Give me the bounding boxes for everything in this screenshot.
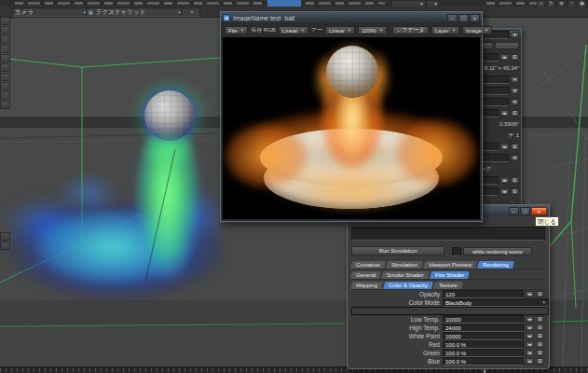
minislider-icon[interactable]: ◂▸ xyxy=(526,291,534,297)
disc-surface-glow xyxy=(307,134,400,162)
viewport-options-dropdown[interactable]: ▼ xyxy=(181,7,200,17)
image-viewer-title: ImageName test_ball xyxy=(233,15,446,21)
left-tool-button[interactable] xyxy=(0,35,10,44)
tab-rendering[interactable]: Rendering xyxy=(477,261,514,269)
tab-viewport-preview[interactable]: Viewport Preview xyxy=(423,261,477,269)
minislider-icon[interactable]: ◂▸ xyxy=(500,54,509,61)
envelope-icon[interactable]: E xyxy=(536,325,544,331)
chevron-down-icon: ▼ xyxy=(379,28,383,33)
minislider-icon[interactable]: ◂▸ xyxy=(526,358,534,365)
envelope-icon[interactable]: E xyxy=(536,333,544,339)
color-mode-dropdown[interactable]: BlackBody▼ xyxy=(443,298,549,307)
minimize-button[interactable]: – xyxy=(447,14,458,22)
left-tool-button[interactable] xyxy=(0,91,10,100)
while-rendering-button[interactable]: while rendering scene xyxy=(463,247,532,256)
opacity-field[interactable]: 120 xyxy=(443,290,524,298)
rendered-image[interactable] xyxy=(223,37,480,219)
envelope-icon[interactable]: E xyxy=(511,188,519,195)
chevron-down-icon[interactable]: ▼ xyxy=(511,32,519,38)
blue-label: Blue xyxy=(351,358,443,365)
tab-mapping[interactable]: Mapping xyxy=(350,282,383,289)
left-tool-button[interactable] xyxy=(0,17,10,25)
tab-fire-shader[interactable]: Fire Shader xyxy=(430,271,470,279)
maximize-button[interactable]: □ xyxy=(458,14,469,22)
tab-color-opacity[interactable]: Color & Opacity xyxy=(383,282,433,289)
blue-field[interactable]: 100.0 % xyxy=(443,357,524,366)
setting-row-high-temp: High Temp. 24000 ◂▸ E xyxy=(351,324,549,332)
envelope-icon[interactable]: E xyxy=(536,316,544,323)
left-tool-button[interactable] xyxy=(0,101,10,109)
tab-smoke-shader[interactable]: Smoke Shader xyxy=(381,271,430,279)
left-tool-button[interactable] xyxy=(0,232,10,241)
menu-items-blur xyxy=(306,2,385,5)
tab-texture[interactable]: Texture xyxy=(433,282,463,289)
minislider-icon[interactable]: ◂▸ xyxy=(526,350,534,356)
layer-dropdown[interactable]: Layer▼ xyxy=(431,26,459,35)
envelope-icon[interactable]: E xyxy=(536,358,544,365)
white-point-field[interactable]: 10000 xyxy=(443,332,524,340)
left-tool-button[interactable] xyxy=(0,73,10,81)
chevron-down-icon: ▼ xyxy=(452,28,456,33)
zoom-dropdown[interactable]: 100%▼ xyxy=(358,26,387,35)
left-tool-button[interactable] xyxy=(0,26,10,35)
maximize-button[interactable]: □ xyxy=(520,207,530,215)
tab-container[interactable]: Container xyxy=(350,261,386,269)
high-temp-field[interactable]: 24000 xyxy=(443,324,524,332)
image-dropdown[interactable]: Image▼ xyxy=(462,26,492,35)
fire-shader-settings: Opacity 120 ◂▸ E Color Mode BlackBody▼ L… xyxy=(351,290,549,366)
envelope-icon[interactable]: E xyxy=(536,350,544,356)
colorspace-dropdown[interactable]: Linear▼ xyxy=(279,26,308,35)
envelope-icon[interactable]: E xyxy=(511,177,519,184)
minimize-button[interactable]: – xyxy=(509,207,519,215)
left-tool-button[interactable] xyxy=(0,63,10,72)
chevron-down-icon[interactable]: ▼ xyxy=(511,88,519,94)
camera-select[interactable]: カメラ ▼ xyxy=(12,7,89,17)
shading-mode-select[interactable]: ▦ テクスチャリッド ▼ xyxy=(86,7,185,17)
envelope-icon[interactable]: E xyxy=(511,144,519,150)
chevron-down-icon[interactable]: ▼ xyxy=(511,99,519,105)
tab-simulation[interactable]: Simulation xyxy=(386,261,423,269)
item-list-box[interactable] xyxy=(351,227,545,241)
minislider-icon[interactable]: ◂▸ xyxy=(526,341,534,348)
envelope-icon[interactable]: E xyxy=(536,291,544,297)
chevron-down-icon[interactable]: ▼ xyxy=(511,155,519,161)
minislider-icon[interactable]: ◂▸ xyxy=(526,316,534,323)
blackbody-gradient[interactable] xyxy=(351,307,549,315)
minislider-icon[interactable]: ◂▸ xyxy=(500,177,509,184)
chevron-down-icon[interactable]: ▼ xyxy=(511,76,519,83)
left-tool-button[interactable] xyxy=(0,82,10,90)
panel-button[interactable] xyxy=(495,42,519,49)
while-rendering-checkbox[interactable] xyxy=(452,247,461,256)
minislider-icon[interactable]: ◂▸ xyxy=(526,325,534,331)
display-colorspace-dropdown[interactable]: Linear▼ xyxy=(325,26,355,35)
tab-general[interactable]: General xyxy=(350,271,381,279)
minislider-icon[interactable]: ◂▸ xyxy=(500,188,509,195)
minislider-icon[interactable]: ◂▸ xyxy=(500,110,509,117)
minislider-icon[interactable]: ◂▸ xyxy=(500,144,509,150)
run-simulation-button[interactable]: Run Simulation xyxy=(351,246,444,256)
green-field[interactable]: 100.0 % xyxy=(443,349,524,357)
setting-row-red: Red 100.0 % ◂▸ E xyxy=(351,340,549,349)
pixel-aspect-value: 0.5906° xyxy=(499,121,519,127)
menu-item-active[interactable] xyxy=(267,0,301,7)
close-button[interactable]: × xyxy=(531,207,547,215)
image-viewer-window: ▦ ImageName test_ball – □ × File▼ 保存 RGB… xyxy=(220,11,483,222)
disc-surface-shadow xyxy=(288,138,418,173)
left-tool-button[interactable] xyxy=(0,54,10,62)
envelope-icon[interactable]: E xyxy=(511,110,519,117)
file-menu-button[interactable]: File▼ xyxy=(225,26,248,35)
minislider-icon[interactable]: ◂▸ xyxy=(526,333,534,339)
image-viewer-titlebar[interactable]: ▦ ImageName test_ball – □ × xyxy=(221,12,482,23)
close-button[interactable]: × xyxy=(470,14,480,22)
setting-row-opacity: Opacity 120 ◂▸ E xyxy=(351,290,549,298)
envelope-icon[interactable]: E xyxy=(536,341,544,348)
envelope-icon[interactable]: E xyxy=(511,54,519,61)
left-tool-button[interactable] xyxy=(0,45,10,53)
low-temp-field[interactable]: 10000 xyxy=(443,315,524,324)
left-tool-button[interactable] xyxy=(0,242,10,250)
chevron-down-icon: ▼ xyxy=(187,10,194,15)
chevron-down-icon: ▼ xyxy=(301,28,305,33)
buffer-button[interactable]: シフデータ xyxy=(392,26,429,35)
red-field[interactable]: 100.0 % xyxy=(443,340,524,349)
red-label: Red xyxy=(351,341,443,348)
